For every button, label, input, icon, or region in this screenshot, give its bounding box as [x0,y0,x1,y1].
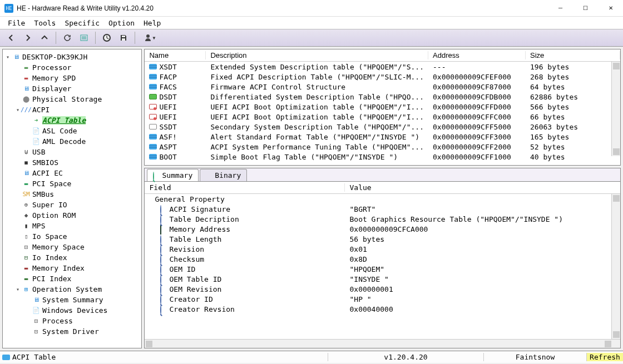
expand-icon[interactable]: ▾ [14,286,22,292]
detail-row[interactable]: Creator ID"HP " [145,294,620,304]
table-row[interactable]: UEFIUEFI ACPI Boot Optimization table ("… [145,102,620,112]
tree-item[interactable]: ⊕Super IO [4,200,140,210]
menu-option[interactable]: Option [104,18,139,28]
tree-icon: ⊕ [22,201,31,209]
tree-label: DESKTOP-DK39KJH [22,53,87,61]
tree-item[interactable]: ▬PCI Index [4,273,140,284]
tab-summary[interactable]: Summary [147,169,199,181]
detail-row[interactable]: Revision0x01 [145,244,620,254]
tree-item[interactable]: SMSMBus [4,189,140,200]
tree-label: SMBus [32,190,54,198]
tree-icon: ⊡ [32,317,41,325]
checklist-button[interactable] [76,31,92,44]
tree-item[interactable]: 📄ASL Code [4,126,140,136]
cell-addr: 0x000000009CFF5000 [428,123,526,131]
col-name[interactable]: Name [145,51,206,59]
magnifier-icon [160,285,161,295]
tree-item[interactable]: 📄AML Decode [4,136,140,147]
table-row[interactable]: DSDTDifferentiated System Description Ta… [145,92,620,102]
detail-row[interactable]: OEM Table ID"INSYDE " [145,274,620,284]
vertical-scrollbar[interactable] [611,62,620,156]
detail-row[interactable]: OEM Revision0x00000001 [145,284,620,294]
tree-item[interactable]: ▾🖥DESKTOP-DK39KJH [4,52,140,62]
user-dropdown[interactable]: ▼ [139,31,161,44]
forward-button[interactable] [20,31,36,44]
detail-row[interactable]: Creator Revsion0x00040000 [145,304,620,314]
tree-icon: ⊡ [32,328,41,336]
tree-item[interactable]: ⊡System Driver [4,326,140,337]
table-row[interactable]: BOOTSimple Boot Flag Table ("HPQOEM"/"IN… [145,152,620,162]
tree-item[interactable]: 🖥System Summary [4,295,140,305]
status-version: v1.20.4.20 [328,353,484,361]
tree-label: Operation System [32,285,102,293]
svg-point-5 [146,34,150,38]
col-size[interactable]: Size [526,51,620,59]
tree-item[interactable]: ▬Processor [4,62,140,73]
menu-file[interactable]: File [3,18,29,28]
menu-specific[interactable]: Specific [60,18,104,28]
detail-row[interactable]: Table DecriptionBoot Graphics Resource T… [145,214,620,224]
tree-item[interactable]: 🖥ACPI EC [4,168,140,178]
tab-binary[interactable]: Binary [200,169,247,181]
menu-bar: File Tools Specific Option Help [0,17,623,29]
refresh-button[interactable] [60,31,75,44]
tree-item[interactable]: ➜ACPI Table [4,115,140,126]
col-description[interactable]: Description [206,51,428,59]
detail-row[interactable]: Table Length56 bytes [145,234,620,244]
save-button[interactable] [116,31,131,44]
horizontal-scrollbar[interactable] [145,339,620,348]
detail-row[interactable]: Checksum0x8D [145,254,620,264]
col-field[interactable]: Field [145,183,345,192]
tree-item[interactable]: ▮MPS [4,221,140,231]
tree-item[interactable]: ⊡Process [4,316,140,326]
back-button[interactable] [3,31,19,44]
detail-row[interactable]: Memory Address0x000000009CFCA000 [145,224,620,234]
tree-item[interactable]: ⬤Physical Storage [4,94,140,104]
table-row[interactable]: FACPFixed ACPI Description Table ("HPQOE… [145,72,620,82]
tree-icon: ⊞ [22,286,31,293]
table-row[interactable]: XSDTExtended System Description table ("… [145,62,620,72]
row-icon [149,134,157,139]
refresh-link[interactable]: Refresh [587,353,623,361]
cell-addr: 0x000000009CFEF000 [428,73,526,81]
table-row[interactable]: ASPTACPI System Performance Tuning Table… [145,142,620,152]
tree-item[interactable]: ▾⊞Operation System [4,284,140,295]
tree-item[interactable]: ⊡Memory Space [4,242,140,252]
table-row[interactable]: FACSFirmware ACPI Control Structure0x000… [145,82,620,92]
field-name: OEM Revision [169,285,221,293]
tree-item[interactable]: ▬PCI Space [4,178,140,189]
tree-item[interactable]: ⊟Io Index [4,252,140,263]
expand-icon[interactable]: ▾ [4,54,12,60]
tree-item[interactable]: ▬Memory Index [4,263,140,273]
detail-row[interactable]: ACPI Signature"BGRT" [145,204,620,214]
tree-item[interactable]: ▬Memory SPD [4,73,140,83]
menu-help[interactable]: Help [139,18,165,28]
row-icon [149,84,157,89]
maximize-button[interactable]: ☐ [573,0,598,17]
table-row[interactable]: ASF!Alert Standard Format Table ("HPQOEM… [145,132,620,142]
col-value[interactable]: Value [345,183,620,192]
cell-name: BOOT [159,153,176,161]
menu-tools[interactable]: Tools [29,18,60,28]
navigation-tree[interactable]: ▾🖥DESKTOP-DK39KJH▬Processor▬Memory SPD🖥D… [2,49,142,348]
tree-item[interactable]: ⊎USB [4,147,140,157]
tree-item[interactable]: 🖥Displayer [4,83,140,94]
up-button[interactable] [37,31,52,44]
tree-item[interactable]: ◼SMBIOS [4,157,140,168]
cell-desc: Alert Standard Format Table ("HPQOEM"/"I… [206,133,428,141]
vertical-scrollbar[interactable] [611,194,620,339]
detail-group[interactable]: General Property [145,194,620,204]
tree-item[interactable]: ◆Option ROM [4,210,140,221]
clock-button[interactable] [99,31,115,44]
close-button[interactable]: ✕ [598,0,623,17]
tree-item[interactable]: ▾///ACPI [4,104,140,115]
minimize-button[interactable]: ─ [548,0,573,17]
tree-icon: ▬ [22,265,31,272]
table-row[interactable]: UEFIUEFI ACPI Boot Optimization table ("… [145,112,620,122]
tree-item[interactable]: ▯Io Space [4,231,140,242]
col-address[interactable]: Address [428,51,526,59]
detail-row[interactable]: OEM ID"HPQOEM" [145,264,620,274]
tree-item[interactable]: 📄Windows Devices [4,305,140,316]
cell-size: 40 bytes [526,153,620,161]
table-row[interactable]: SSDTSecondary System Description Table (… [145,122,620,132]
